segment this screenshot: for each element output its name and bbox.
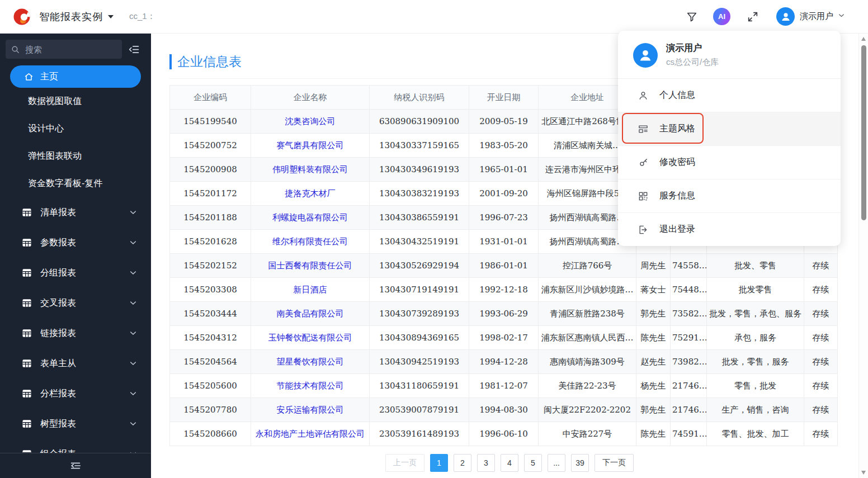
cell-address: 青浦区新胜路238号 — [539, 302, 636, 326]
menu-item-logout[interactable]: 退出登录 — [618, 212, 841, 246]
user-dropdown-menu: 演示用户 cs总公司/仓库 个人信息 主题风格 修改密码 — [618, 31, 841, 246]
column-header: 纳税人识别码 — [370, 86, 469, 110]
chevron-down-icon — [129, 359, 138, 368]
cell-tax-id: 130431180659191 — [370, 374, 469, 398]
cell-scope: 批发，零售，承包、服务 — [707, 302, 804, 326]
cell-status: 存续 — [804, 374, 838, 398]
sidebar-item-label: 设计中心 — [28, 123, 64, 135]
app-switcher-caret-icon[interactable] — [108, 15, 114, 18]
sidebar-item[interactable]: 设计中心 — [0, 115, 151, 143]
column-header: 企业名称 — [251, 86, 370, 110]
chevron-down-icon — [129, 268, 138, 277]
sidebar-group-items: 清单报表 参数报表 — [0, 197, 151, 469]
sidebar-group-item[interactable]: 交叉报表 — [0, 288, 151, 318]
cell-company-link[interactable]: 赛气磨具有限公司 — [251, 134, 370, 158]
cell-company-link[interactable]: 沈奥咨询公司 — [251, 110, 370, 134]
fullscreen-icon[interactable] — [746, 10, 760, 23]
cell-open-date: 1994-08-30 — [469, 398, 539, 422]
cell-code: 1545200752 — [170, 134, 251, 158]
cell-open-date: 1965-01-01 — [469, 158, 539, 182]
cell-scope: 零售、批发、加工 — [707, 422, 804, 446]
sidebar-item[interactable]: 弹性图表联动 — [0, 143, 151, 170]
cell-code: 1545201628 — [170, 230, 251, 254]
page-button[interactable]: 3 — [477, 454, 495, 472]
cell-open-date: 1981-12-07 — [469, 374, 539, 398]
sidebar-group-item[interactable]: 清单报表 — [0, 197, 151, 228]
cell-code: 1545203444 — [170, 302, 251, 326]
cell-tax-id: 130430337159165 — [370, 134, 469, 158]
cell-code: 1545201172 — [170, 182, 251, 206]
column-header: 企业编码 — [170, 86, 251, 110]
cell-company-link[interactable]: 永和房地产土地评估有限公司 — [251, 422, 370, 446]
scroll-down-icon[interactable] — [861, 471, 866, 475]
sidebar-collapse-bar[interactable] — [0, 453, 151, 478]
cell-tax-id: 130430383219193 — [370, 182, 469, 206]
page-button[interactable]: 1 — [430, 454, 448, 472]
cell-address: 控江路766号 — [539, 254, 636, 278]
cell-phone: 75448… — [671, 278, 707, 302]
cell-company-link[interactable]: 新日酒店 — [251, 278, 370, 302]
cell-address: 惠南镇靖海路309号 — [539, 350, 636, 374]
user-name: 演示用户 — [800, 11, 833, 22]
sidebar-group-item[interactable]: 参数报表 — [0, 228, 151, 258]
cell-company-link[interactable]: 安乐运输有限公司 — [251, 398, 370, 422]
table-row: 1545203444 南美食品有限公司 130430739289193 1993… — [170, 302, 838, 326]
scrollbar-thumb[interactable] — [861, 45, 866, 220]
scroll-up-icon[interactable] — [861, 37, 866, 41]
cell-company-link[interactable]: 维尔利有限责任公司 — [251, 230, 370, 254]
page-button[interactable]: 5 — [524, 454, 542, 472]
avatar — [776, 7, 795, 26]
menu-item-service[interactable]: 服务信息 — [618, 179, 841, 212]
sidebar-group-item[interactable]: 链接报表 — [0, 318, 151, 348]
header-actions: AI 演示用户 — [685, 7, 846, 26]
cell-tax-id: 130430526929194 — [370, 254, 469, 278]
cell-code: 1545203308 — [170, 278, 251, 302]
cell-company-link[interactable]: 南美食品有限公司 — [251, 302, 370, 326]
cell-company-link[interactable]: 国士西餐有限责任公司 — [251, 254, 370, 278]
sidebar-group-item[interactable]: 分栏报表 — [0, 378, 151, 409]
menu-item-label: 修改密码 — [659, 157, 695, 168]
cell-company-link[interactable]: 伟明塑料装有限公司 — [251, 158, 370, 182]
cell-address: 浦东新区川沙镇妙境路… — [539, 278, 636, 302]
menu-collapse-icon[interactable] — [128, 44, 140, 55]
cell-status: 存续 — [804, 398, 838, 422]
menu-item-password[interactable]: 修改密码 — [618, 145, 841, 179]
cell-contact: 赵先生 — [636, 350, 671, 374]
sidebar-item[interactable]: 资金数字看板-复件 — [0, 170, 151, 197]
sidebar-item-home[interactable]: 主页 — [10, 65, 141, 88]
person-icon — [638, 90, 649, 101]
cell-contact: 周先生 — [636, 254, 671, 278]
cell-contact: 陈先生 — [636, 326, 671, 350]
ai-assistant-button[interactable]: AI — [713, 8, 730, 25]
page-button[interactable]: 2 — [454, 454, 471, 472]
cell-tax-id: 130430942519193 — [370, 350, 469, 374]
cell-company-link[interactable]: 利螺旋电器有限公司 — [251, 206, 370, 230]
page-button[interactable]: 上一页 — [385, 454, 424, 472]
cell-open-date: 2009-05-19 — [469, 110, 539, 134]
menu-item-profile[interactable]: 个人信息 — [618, 79, 841, 112]
sidebar-group-item[interactable]: 分组报表 — [0, 258, 151, 288]
filter-icon[interactable] — [685, 10, 699, 23]
cell-company-link[interactable]: 节能技术有限公司 — [251, 374, 370, 398]
sidebar-group-item[interactable]: 表单主从 — [0, 348, 151, 378]
page-button[interactable]: ... — [548, 454, 565, 472]
cell-company-link[interactable]: 捷洛克木材厂 — [251, 182, 370, 206]
cell-company-link[interactable]: 玉钟餐饮配送有限公司 — [251, 326, 370, 350]
sidebar-item-label: 链接报表 — [40, 328, 76, 339]
menu-item-theme[interactable]: 主题风格 — [618, 112, 841, 145]
sidebar-group-item[interactable]: 树型报表 — [0, 409, 151, 439]
page-button[interactable]: 下一页 — [595, 454, 634, 472]
cell-address: 美佳路22-23号 — [539, 374, 636, 398]
page-button[interactable]: 39 — [571, 454, 589, 472]
cell-open-date: 1986-01-01 — [469, 254, 539, 278]
page-button[interactable]: 4 — [501, 454, 518, 472]
cell-open-date: 1996-07-23 — [469, 206, 539, 230]
user-menu-trigger[interactable]: 演示用户 — [776, 7, 846, 26]
cell-open-date: 1992-12-18 — [469, 278, 539, 302]
cell-company-link[interactable]: 望星餐饮有限公司 — [251, 350, 370, 374]
cell-tax-id: 130430894369165 — [370, 326, 469, 350]
sidebar-item[interactable]: 数据视图取值 — [0, 88, 151, 115]
search-input[interactable] — [24, 44, 110, 55]
cell-address: 浦东新区惠南镇人民西… — [539, 326, 636, 350]
cell-tax-id: 130430349619193 — [370, 158, 469, 182]
